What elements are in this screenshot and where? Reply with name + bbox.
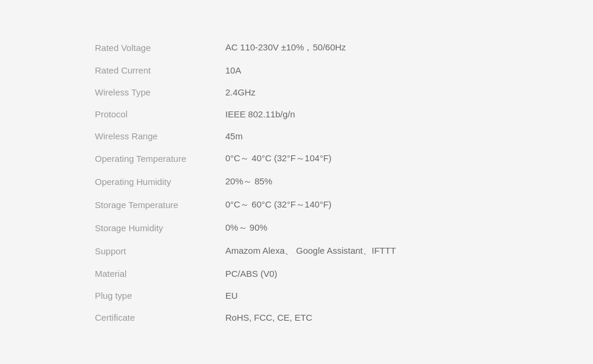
spec-label: Material: [95, 269, 225, 279]
spec-row: Operating Temperature0°C～ 40°C (32°F～104…: [95, 147, 498, 170]
spec-label: Plug type: [95, 290, 225, 301]
spec-row: Wireless Type2.4GHz: [95, 81, 498, 103]
spec-label: Wireless Range: [95, 131, 225, 141]
spec-value: PC/ABS (V0): [225, 269, 278, 279]
spec-value: 2.4GHz: [225, 87, 256, 97]
spec-row: Storage Humidity0%～ 90%: [95, 216, 498, 240]
spec-value: IEEE 802.11b/g/n: [225, 109, 295, 119]
spec-label: Protocol: [95, 109, 225, 119]
spec-row: Rated VoltageAC 110-230V ±10%，50/60Hz: [95, 36, 498, 59]
spec-value: 45m: [225, 131, 243, 141]
spec-row: SupportAmazom Alexa、 Google Assistant、IF…: [95, 240, 498, 263]
spec-label: Storage Humidity: [95, 223, 225, 233]
spec-row: Material PC/ABS (V0): [95, 263, 498, 285]
spec-row: ProtocolIEEE 802.11b/g/n: [95, 103, 498, 125]
spec-value: 20%～ 85%: [225, 176, 272, 187]
spec-row: Plug type EU: [95, 285, 498, 306]
spec-row: Rated Current10A: [95, 59, 498, 81]
spec-value: EU: [225, 290, 238, 301]
spec-row: Operating Humidity20%～ 85%: [95, 170, 498, 193]
spec-row: Certificate RoHS, FCC, CE, ETC: [95, 306, 498, 328]
spec-value: Amazom Alexa、 Google Assistant、IFTTT: [225, 245, 396, 257]
specs-container: Rated VoltageAC 110-230V ±10%，50/60HzRat…: [0, 0, 593, 364]
spec-label: Operating Temperature: [95, 154, 225, 164]
spec-value: 0%～ 90%: [225, 222, 267, 234]
spec-value: RoHS, FCC, CE, ETC: [225, 312, 313, 323]
spec-label: Certificate: [95, 312, 225, 323]
spec-value: 0°C～ 40°C (32°F～104°F): [225, 153, 331, 164]
spec-label: Rated Voltage: [95, 43, 225, 53]
spec-label: Operating Humidity: [95, 177, 225, 187]
spec-value: 10A: [225, 65, 241, 75]
spec-label: Support: [95, 246, 225, 256]
spec-row: Storage Temperature0°C～ 60°C (32°F～140°F…: [95, 193, 498, 216]
spec-value: AC 110-230V ±10%，50/60Hz: [225, 42, 346, 53]
spec-label: Storage Temperature: [95, 200, 225, 210]
spec-label: Wireless Type: [95, 87, 225, 97]
spec-row: Wireless Range45m: [95, 125, 498, 147]
spec-value: 0°C～ 60°C (32°F～140°F): [225, 199, 331, 210]
spec-label: Rated Current: [95, 65, 225, 75]
